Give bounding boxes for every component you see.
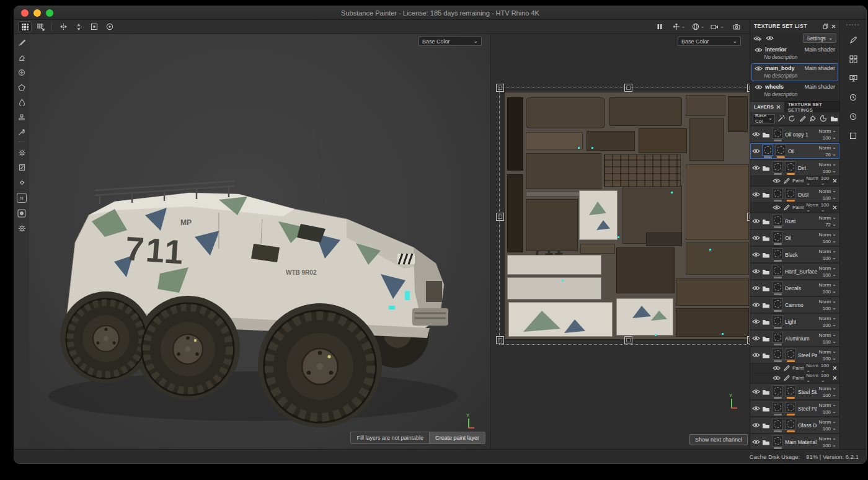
- viewport-2d[interactable]: Base Color⌄ 711 711 Y Show n: [490, 34, 750, 449]
- layer-row[interactable]: Oil copy 1Norm ⌄100 ⌄: [750, 127, 839, 142]
- remove-effect-icon[interactable]: [833, 366, 837, 370]
- close-tab-icon[interactable]: [776, 105, 781, 109]
- layer-row[interactable]: OilNorm ⌄26 ⌄: [750, 143, 839, 159]
- layer-opacity[interactable]: 100 ⌄: [823, 168, 836, 175]
- layer-opacity[interactable]: 100 ⌄: [823, 288, 836, 295]
- projection-tool-icon[interactable]: [17, 68, 27, 77]
- layer-opacity[interactable]: 100 ⌄: [823, 409, 836, 416]
- layer-mask-thumbnail[interactable]: [772, 248, 783, 259]
- eye-icon[interactable]: [752, 131, 760, 137]
- symmetry-y-icon[interactable]: [72, 21, 86, 32]
- clone-tool-icon[interactable]: [17, 113, 27, 122]
- history-icon[interactable]: [848, 111, 859, 122]
- layer-mask-thumbnail[interactable]: [772, 231, 783, 242]
- camera-video-icon[interactable]: ⌄: [711, 21, 724, 32]
- eye-icon[interactable]: [773, 365, 781, 371]
- layer-row[interactable]: DustNorm ⌄100 ⌄: [750, 187, 839, 202]
- effect-opacity[interactable]: 100 ⌄: [821, 202, 830, 213]
- minimize-window-button[interactable]: [33, 9, 41, 17]
- eye-icon[interactable]: [752, 165, 760, 171]
- layer-row[interactable]: DirtNorm ⌄100 ⌄: [750, 160, 839, 176]
- effect-opacity[interactable]: 100 ⌄: [821, 176, 830, 187]
- pause-engine-icon[interactable]: [653, 21, 666, 32]
- texture-set-list-header[interactable]: TEXTURE SET LIST: [750, 20, 839, 32]
- layer-opacity[interactable]: 100 ⌄: [823, 425, 836, 432]
- title-bar[interactable]: Substance Painter - License: 185 days re…: [14, 6, 866, 20]
- display-settings-icon[interactable]: [848, 73, 859, 84]
- paint-tool-icon[interactable]: [17, 38, 27, 47]
- eye-icon[interactable]: [752, 285, 760, 291]
- paintable-visibility-icon[interactable]: [753, 35, 761, 42]
- effect-opacity[interactable]: 100 ⌄: [821, 373, 830, 384]
- folder-icon[interactable]: [762, 406, 770, 412]
- add-fill-layer-icon[interactable]: [809, 115, 817, 123]
- add-smart-material-icon[interactable]: [788, 115, 796, 123]
- layer-opacity[interactable]: 100 ⌄: [823, 272, 836, 278]
- eye-icon[interactable]: [752, 235, 760, 241]
- close-window-button[interactable]: [21, 9, 29, 17]
- layer-opacity[interactable]: 26 ⌄: [825, 151, 836, 158]
- gizmo-mode-icon[interactable]: ⌄: [672, 21, 686, 32]
- layer-mask-thumbnail[interactable]: [772, 332, 783, 343]
- eraser-tool-icon[interactable]: [17, 53, 27, 62]
- dock-drag-handle[interactable]: •••••: [846, 24, 860, 26]
- layer-opacity[interactable]: 100 ⌄: [823, 322, 836, 329]
- texture-set-settings-button[interactable]: Settings⌄: [803, 33, 836, 43]
- layer-mask-thumbnail[interactable]: [785, 402, 796, 413]
- transform-handle[interactable]: [496, 84, 504, 92]
- eye-icon[interactable]: [752, 406, 760, 411]
- layer-row[interactable]: Glass DustyNorm ⌄100 ⌄: [750, 417, 839, 433]
- layer-mask-thumbnail[interactable]: [785, 419, 796, 430]
- folder-icon[interactable]: [762, 165, 770, 171]
- tab-layers[interactable]: LAYERS: [750, 102, 784, 112]
- layer-mask-thumbnail[interactable]: [772, 315, 783, 326]
- eye-icon[interactable]: [755, 84, 763, 90]
- layer-row[interactable]: Main MaterialNorm ⌄100 ⌄: [750, 434, 839, 449]
- remove-effect-icon[interactable]: [833, 376, 837, 380]
- visibility-icon[interactable]: [766, 35, 774, 41]
- folder-icon[interactable]: [762, 302, 770, 308]
- eye-icon[interactable]: [752, 269, 760, 274]
- properties-pen-icon[interactable]: [848, 34, 859, 45]
- layer-row[interactable]: AluminiumNorm ⌄100 ⌄: [750, 331, 839, 346]
- shelf-grid-icon[interactable]: [848, 53, 859, 64]
- environment-icon[interactable]: ⌄: [691, 21, 705, 32]
- lazy-grid-icon[interactable]: [33, 21, 47, 32]
- layer-row[interactable]: Steel Painted Scra...Norm ⌄100 ⌄: [750, 401, 839, 416]
- layer-mask-thumbnail[interactable]: [762, 144, 773, 156]
- material-preview-icon[interactable]: [17, 209, 27, 218]
- screenshot-icon[interactable]: [730, 21, 743, 32]
- transform-handle[interactable]: [496, 336, 504, 344]
- layer-row[interactable]: BlackNorm ⌄100 ⌄: [750, 247, 839, 262]
- layer-opacity[interactable]: 100 ⌄: [823, 392, 836, 399]
- eye-icon[interactable]: [755, 66, 763, 71]
- layer-mask-thumbnail[interactable]: [772, 349, 783, 360]
- layer-mask-thumbnail[interactable]: [772, 282, 783, 293]
- eye-icon[interactable]: [773, 178, 781, 184]
- layer-mask-thumbnail[interactable]: [772, 435, 783, 447]
- folder-icon[interactable]: [762, 389, 770, 395]
- preferences-icon[interactable]: [17, 224, 27, 233]
- texture-set-row[interactable]: interrior Main shader No description: [751, 45, 838, 63]
- symmetry-x-icon[interactable]: [56, 21, 70, 32]
- transform-handle[interactable]: [624, 84, 632, 92]
- layer-opacity[interactable]: 100 ⌄: [823, 339, 836, 345]
- eye-icon[interactable]: [752, 389, 760, 394]
- layer-mask-thumbnail[interactable]: [772, 188, 783, 199]
- zoom-window-button[interactable]: [46, 9, 53, 17]
- folder-icon[interactable]: [762, 218, 770, 224]
- layer-mask-thumbnail[interactable]: [772, 298, 783, 309]
- eye-icon[interactable]: [752, 439, 760, 445]
- folder-icon[interactable]: [762, 352, 770, 358]
- transform-handle[interactable]: [747, 84, 750, 92]
- grid-snap-icon[interactable]: [18, 21, 32, 32]
- close-panel-icon[interactable]: [831, 24, 836, 29]
- layer-row[interactable]: CammoNorm ⌄100 ⌄: [750, 297, 839, 313]
- effect-blend-mode[interactable]: Norm ⌄: [806, 373, 818, 384]
- layer-opacity[interactable]: 72 ⌄: [825, 221, 836, 228]
- layer-effect-row[interactable]: Paint Norm ⌄ 100 ⌄: [750, 363, 839, 373]
- eye-icon[interactable]: [752, 352, 760, 358]
- layer-opacity[interactable]: 100 ⌄: [823, 135, 836, 141]
- eye-icon[interactable]: [752, 422, 760, 428]
- layer-row[interactable]: Hard_SurfaceNorm ⌄100 ⌄: [750, 264, 839, 279]
